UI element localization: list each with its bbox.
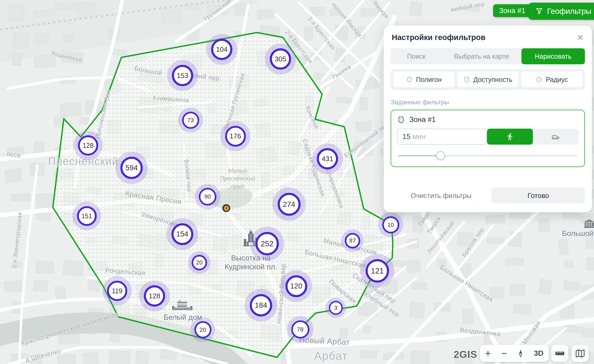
map-building [360, 97, 368, 110]
poi-cluster[interactable]: 128 [73, 131, 103, 160]
poi-cluster[interactable]: 104 [206, 34, 237, 65]
map-building [161, 10, 181, 24]
map-building [257, 9, 274, 20]
car-icon [551, 133, 560, 141]
map-building [411, 351, 429, 364]
mode-label: Доступность [473, 76, 512, 84]
compass-icon[interactable] [518, 349, 524, 357]
cluster-count: 274 [278, 193, 300, 216]
walk-mode-button[interactable] [487, 129, 533, 145]
3d-mode-button[interactable]: 3D [534, 350, 544, 357]
poi-cluster[interactable]: 119 [102, 276, 132, 306]
2gis-logo[interactable]: 2GIS [454, 349, 477, 360]
tab-нарисовать[interactable]: Нарисовать [521, 48, 585, 64]
cluster-count: 3 [329, 301, 343, 315]
filters-section-label: Заданные фильтры [391, 98, 585, 106]
map-building [63, 34, 73, 42]
map-building [505, 258, 524, 266]
map-building [60, 102, 82, 117]
poi-cluster[interactable]: 252 [250, 227, 284, 261]
time-input[interactable]: 15 мин [397, 129, 487, 145]
poi-cluster[interactable]: 274 [272, 188, 306, 221]
zoom-out-button[interactable]: − [501, 348, 507, 358]
ruler-tool-button[interactable] [551, 345, 568, 362]
cluster-count: 10 [382, 216, 399, 233]
zoom-in-button[interactable]: + [485, 348, 491, 358]
poi-cluster[interactable]: 121 [360, 254, 394, 288]
cluster-count: 151 [77, 206, 97, 226]
done-button[interactable]: Готово [492, 188, 585, 204]
cluster-count: 153 [172, 65, 193, 86]
poi-cluster[interactable]: 20 [188, 251, 211, 274]
poi-cluster[interactable]: 87 [341, 230, 364, 252]
origin-marker[interactable] [222, 204, 230, 212]
map-building [356, 121, 371, 132]
geofilters-label: Геофильтры [547, 7, 591, 16]
map-building [509, 284, 525, 296]
poi-cluster[interactable]: 120 [280, 270, 312, 302]
map-building [34, 55, 56, 68]
tab-поиск[interactable]: Поиск [391, 48, 442, 64]
poi-cluster[interactable]: 184 [245, 289, 277, 322]
map-building [329, 8, 340, 16]
cluster-count: 305 [270, 48, 291, 70]
mode-доступность[interactable]: Доступность [457, 72, 518, 88]
geofilters-button[interactable]: Геофильтры [528, 3, 594, 20]
poi-cluster[interactable]: 153 [167, 60, 198, 91]
poi-cluster[interactable]: 78 [287, 316, 314, 343]
poi-cluster[interactable]: 305 [265, 43, 296, 74]
cluster-count: 154 [171, 223, 193, 245]
map-building [83, 353, 99, 364]
polygon-icon [406, 76, 413, 83]
map-building [457, 232, 473, 246]
map-building [538, 218, 550, 232]
poi-label: Большой [562, 229, 593, 238]
poi-cluster[interactable]: 594 [115, 152, 148, 184]
clear-filters-button[interactable]: Очистить фильтры [391, 192, 492, 200]
poi-cluster[interactable]: 151 [73, 202, 101, 230]
map-building [407, 260, 421, 273]
map-building [62, 51, 84, 64]
water-label: Пресненский [220, 175, 255, 182]
poi-cluster[interactable]: 176 [220, 121, 251, 151]
mode-радиус[interactable]: Радиус [521, 72, 583, 88]
map-building [563, 212, 582, 219]
poi-cluster[interactable]: 154 [167, 218, 198, 250]
poi-cluster[interactable]: 20 [191, 317, 215, 342]
map-building [564, 261, 573, 267]
cluster-count: 431 [317, 148, 338, 169]
map-building [8, 5, 25, 21]
map-building [35, 261, 54, 274]
poi-cluster[interactable]: 3 [326, 298, 346, 318]
time-value: 15 [402, 133, 410, 141]
map-building [410, 302, 425, 318]
water-label: пруд [231, 183, 244, 190]
layers-map-button[interactable] [572, 345, 589, 362]
map-controls-bar: + − 3D [480, 345, 549, 362]
map-building [4, 280, 22, 292]
tab-выбрать-на-карте[interactable]: Выбрать на карте [442, 48, 521, 64]
map-building [463, 5, 480, 12]
poi-cluster[interactable]: 90 [195, 184, 220, 209]
map-building [586, 257, 594, 271]
map-building [55, 4, 77, 10]
time-unit: мин [413, 133, 426, 141]
map-building [361, 350, 377, 358]
ruler-icon [555, 350, 565, 356]
slider-thumb[interactable] [436, 151, 445, 160]
poi-cluster[interactable]: 431 [312, 143, 343, 174]
poi-cluster[interactable]: 10 [378, 212, 403, 237]
map-building [336, 97, 352, 104]
cluster-count: 128 [144, 285, 165, 307]
close-icon[interactable]: ✕ [577, 33, 584, 42]
cluster-count: 87 [345, 233, 360, 248]
poi-cluster[interactable]: 128 [139, 280, 170, 311]
zone-chip[interactable]: Зона #1 [493, 4, 531, 17]
poi-cluster[interactable]: 73 [178, 108, 203, 133]
map-building [487, 238, 504, 244]
car-mode-button[interactable] [533, 129, 579, 145]
map-building [409, 2, 422, 17]
map-building [34, 141, 45, 155]
slider-track[interactable] [398, 155, 577, 156]
mode-полигон[interactable]: Полигон [393, 72, 454, 88]
